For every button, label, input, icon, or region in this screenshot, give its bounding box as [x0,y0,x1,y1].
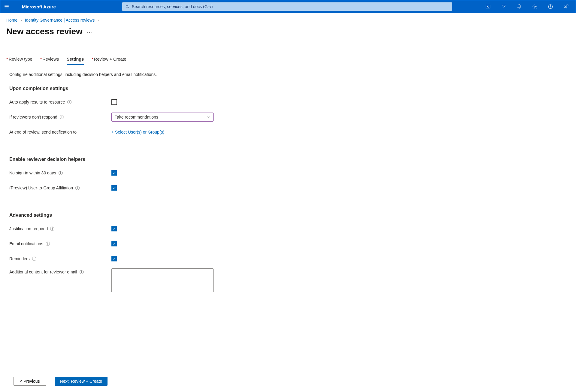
no-signin-checkbox[interactable] [111,170,117,176]
end-notify-label: At end of review, send notification to [9,130,77,134]
reminders-label: Reminders [9,256,30,261]
info-icon[interactable]: i [50,227,54,231]
brand-label: Microsoft Azure [13,4,62,9]
svg-point-0 [126,5,128,7]
top-icons [480,0,576,13]
cloud-shell-button[interactable] [480,0,496,13]
info-icon[interactable]: i [59,171,63,175]
check-icon [112,242,116,246]
info-icon[interactable]: i [67,100,71,104]
tab-label: Review + Create [94,57,126,62]
tab-label: Reviews [42,57,59,62]
search-icon [125,5,129,9]
section-heading: Upon completion settings [9,86,570,91]
search-box[interactable] [122,2,452,11]
topbar: Microsoft Azure [0,0,576,13]
filter-icon [501,4,506,9]
more-actions-button[interactable]: … [87,28,92,35]
auto-apply-label: Auto apply results to resource [9,100,65,104]
tab-label: Review type [9,57,32,62]
settings-button[interactable] [527,0,543,13]
directories-button[interactable] [496,0,511,13]
additional-content-label: Additional content for reviewer email [9,270,77,274]
bell-icon [517,4,522,9]
page-title: New access review [6,27,83,36]
svg-rect-2 [486,5,490,8]
affiliation-label: (Preview) User-to-Group Affiliation [9,185,73,190]
section-completion: Upon completion settings Auto apply resu… [0,77,576,137]
info-icon[interactable]: i [80,270,84,274]
info-icon[interactable]: i [32,257,36,261]
email-notifications-label: Email notifications [9,241,43,246]
breadcrumb-identity-governance[interactable]: Identity Governance | Access reviews [25,18,95,23]
tabs: *Review type *Reviews Settings *Review +… [0,36,576,65]
next-button[interactable]: Next: Review + Create [55,377,108,386]
menu-button[interactable] [0,4,13,9]
tab-settings[interactable]: Settings [67,57,84,65]
section-advanced: Advanced settings Justification required… [0,198,576,292]
reminders-checkbox[interactable] [111,256,117,261]
tab-reviews[interactable]: *Reviews [40,57,59,65]
notifications-button[interactable] [511,0,527,13]
hamburger-icon [4,4,9,9]
help-icon [548,4,553,9]
section-heading: Enable reviewer decision helpers [9,157,570,162]
affiliation-checkbox[interactable] [111,185,117,191]
feedback-button[interactable] [558,0,574,13]
reviewers-dont-respond-label: If reviewers don't respond [9,115,57,119]
email-notifications-checkbox[interactable] [111,241,117,246]
reviewers-dont-respond-dropdown[interactable]: Take recommendations [111,113,214,122]
svg-point-5 [550,8,550,8]
gear-icon [532,4,538,9]
svg-point-3 [534,6,536,8]
tab-label: Settings [67,57,84,62]
tab-review-create[interactable]: *Review + Create [92,57,126,65]
breadcrumb: Home › Identity Governance | Access revi… [0,13,576,24]
tab-review-type[interactable]: *Review type [6,57,32,65]
select-users-link[interactable]: + Select User(s) or Group(s) [111,130,164,134]
info-icon[interactable]: i [46,242,50,246]
section-helpers: Enable reviewer decision helpers No sign… [0,142,576,193]
info-icon[interactable]: i [75,186,80,190]
svg-point-6 [565,5,566,7]
dropdown-value: Take recommendations [115,115,158,119]
auto-apply-checkbox[interactable] [111,99,117,105]
breadcrumb-home[interactable]: Home [6,18,17,23]
person-feedback-icon [563,4,569,9]
check-icon [112,171,116,175]
justification-label: Justification required [9,226,48,231]
search-input[interactable] [132,4,449,9]
justification-checkbox[interactable] [111,226,117,231]
chevron-down-icon [207,115,210,119]
help-button[interactable] [543,0,558,13]
check-icon [112,227,116,231]
footer-buttons: < Previous Next: Review + Create [14,377,108,386]
no-signin-label: No sign-in within 30 days [9,170,56,175]
breadcrumb-sep: › [96,18,101,23]
check-icon [112,257,116,261]
info-icon[interactable]: i [60,115,64,119]
additional-content-textarea[interactable] [111,268,214,292]
check-icon [112,186,116,190]
section-heading: Advanced settings [9,213,570,218]
svg-line-1 [128,7,129,8]
breadcrumb-sep: › [19,18,24,23]
previous-button[interactable]: < Previous [14,377,46,386]
tab-description: Configure additional settings, including… [0,65,576,77]
cloud-shell-icon [485,4,491,9]
